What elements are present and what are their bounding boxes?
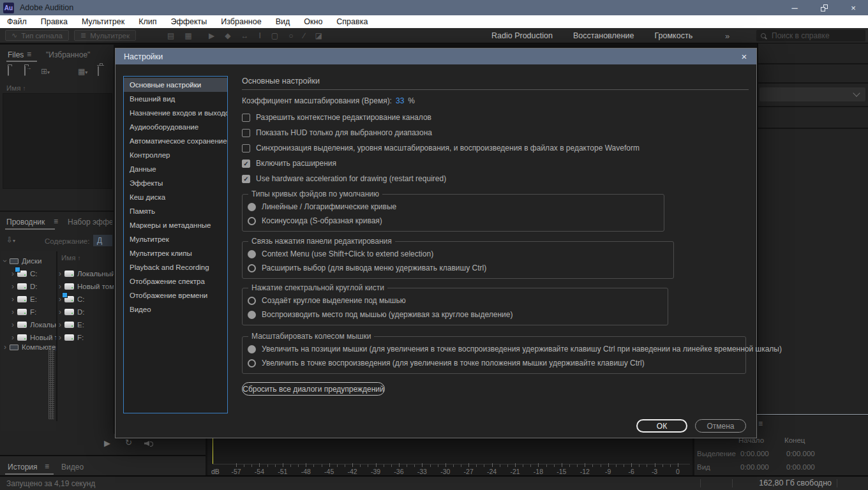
play-icon[interactable]: ▶ <box>104 438 110 448</box>
tree-item[interactable]: ›Новый том <box>59 281 114 292</box>
chevron-right-icon[interactable]: › <box>11 270 14 278</box>
chevron-right-icon[interactable]: › <box>59 295 61 303</box>
contents-dropdown[interactable]: Д <box>93 235 112 246</box>
razor-tool-icon[interactable]: ◆ <box>225 31 230 40</box>
open-file-icon[interactable] <box>8 66 9 75</box>
menu-item[interactable]: Справка <box>329 17 375 26</box>
help-search-input[interactable] <box>770 31 856 41</box>
marquee-selection-tool-icon[interactable]: ▢ <box>271 31 278 40</box>
signal-type-button[interactable]: ∿ Тип сигнала <box>5 30 69 41</box>
tree-item[interactable]: ›C: <box>59 293 114 305</box>
minimize-button[interactable]: ─ <box>780 0 809 15</box>
move-tool-icon[interactable]: ▶ <box>209 31 214 40</box>
radio-option[interactable]: Косинусоида (S-образная кривая) <box>248 214 664 228</box>
checkbox[interactable] <box>242 129 250 137</box>
chevron-right-icon[interactable]: › <box>4 343 6 351</box>
chevron-right-icon[interactable]: › <box>11 321 14 329</box>
radio-option[interactable]: Расширить выбор (для вывода меню удержив… <box>248 261 673 275</box>
files-list-empty[interactable] <box>3 93 112 189</box>
end-time-value[interactable]: 0:00.000 <box>786 463 815 471</box>
radio-button[interactable] <box>248 297 256 305</box>
chevron-right-icon[interactable]: › <box>11 283 14 290</box>
tree-item[interactable]: ›E: <box>11 293 56 305</box>
waveform-editor-icon[interactable]: ▤ <box>167 31 174 40</box>
radio-button[interactable] <box>248 264 256 272</box>
tree-scrollbar[interactable] <box>49 348 54 419</box>
ok-button[interactable]: ОК <box>636 419 687 433</box>
tree-item[interactable]: ›E: <box>59 319 114 330</box>
delete-icon[interactable] <box>98 66 99 75</box>
menu-item[interactable]: Вид <box>269 17 297 26</box>
loop-icon[interactable]: ↻ <box>125 438 132 447</box>
checkbox[interactable]: ✓ <box>242 175 250 183</box>
import-files-icon[interactable] <box>24 66 26 75</box>
tab-video[interactable]: Видео <box>61 463 84 471</box>
start-time-value[interactable]: 0:00.000 <box>740 450 769 457</box>
chevron-right-icon[interactable]: › <box>59 334 61 341</box>
tree-item[interactable]: ›F: <box>59 332 114 343</box>
radio-option[interactable]: Создаёт круглое выделение под мышью <box>248 293 668 308</box>
help-search-box[interactable] <box>756 30 865 41</box>
lasso-selection-tool-icon[interactable]: ○ <box>288 31 293 40</box>
menu-item[interactable]: Файл <box>0 17 34 26</box>
chevron-right-icon[interactable]: › <box>59 283 61 290</box>
multitrack-button[interactable]: ≣ Мультитрек <box>74 30 136 41</box>
cancel-button[interactable]: Отмена <box>695 419 746 433</box>
chevron-right-icon[interactable]: › <box>11 295 14 303</box>
chevron-right-icon[interactable]: › <box>59 270 61 278</box>
chevron-down-icon[interactable]: › <box>1 260 9 262</box>
tab-effects-rack[interactable]: Набор эффектов <box>68 218 112 226</box>
playhead-marker[interactable] <box>213 437 213 464</box>
radio-button[interactable] <box>248 345 256 353</box>
workspace-tab[interactable]: Восстановление <box>573 31 634 40</box>
tab-history[interactable]: История <box>8 463 38 471</box>
chevron-right-icon[interactable]: › <box>11 334 14 341</box>
menu-item[interactable]: Избранное <box>214 17 268 26</box>
start-time-value[interactable]: 0:00.000 <box>740 463 769 471</box>
panel-menu-icon[interactable]: ≡ <box>758 419 763 428</box>
radio-button[interactable] <box>248 217 256 225</box>
panel-menu-icon[interactable]: ≡ <box>27 50 31 59</box>
tree-item[interactable]: ›D: <box>11 281 56 292</box>
right-panel-dropdown[interactable] <box>760 87 865 101</box>
end-time-value[interactable]: 0:00.000 <box>786 450 815 457</box>
menu-item[interactable]: Мультитрек <box>75 17 131 26</box>
menu-item[interactable]: Эффекты <box>163 17 214 26</box>
panel-menu-icon[interactable]: ≡ <box>45 462 49 471</box>
close-button[interactable]: × <box>839 0 868 15</box>
tree-item[interactable]: ›D: <box>59 306 114 318</box>
radio-option[interactable]: Увеличить на позиции мышки (для увеличен… <box>248 342 745 356</box>
restore-button[interactable] <box>809 0 839 15</box>
radio-option[interactable]: Context Menu (use Shift+Click to extend … <box>248 247 673 261</box>
menu-item[interactable]: Окно <box>297 17 329 26</box>
tab-explorer[interactable]: Проводник <box>6 218 45 226</box>
tree-item[interactable]: ›C: <box>11 268 56 279</box>
tree-item[interactable]: ›Локальный диск <box>59 268 114 279</box>
workspace-overflow-button[interactable]: » <box>725 28 729 43</box>
radio-button[interactable] <box>248 250 256 258</box>
chevron-right-icon[interactable]: › <box>59 308 61 316</box>
time-selection-tool-icon[interactable]: I <box>258 31 260 40</box>
spot-healing-brush-tool-icon[interactable]: ◪ <box>315 31 322 40</box>
menu-item[interactable]: Правка <box>34 17 75 26</box>
paintbrush-tool-icon[interactable]: ∕ <box>303 31 304 40</box>
radio-option[interactable]: Воспроизводить место под мышью (удержива… <box>248 308 668 322</box>
panel-menu-icon[interactable]: ≡ <box>54 217 58 226</box>
name-column-header[interactable]: Имя ↑ <box>6 84 26 92</box>
checkbox[interactable] <box>242 144 250 152</box>
chevron-right-icon[interactable]: › <box>59 321 61 329</box>
workspace-tab[interactable]: Radio Production <box>491 31 553 40</box>
radio-button[interactable] <box>248 311 256 319</box>
spectral-display-icon[interactable]: ▦ <box>184 31 191 40</box>
import-icon[interactable]: ⇩▾ <box>6 236 15 244</box>
radio-option[interactable]: Линейные / Логарифмические кривые <box>248 200 664 214</box>
reset-warning-dialogs-button[interactable]: Сбросить все диалоги предупреждений <box>242 382 385 396</box>
workspace-tab[interactable]: Громкость <box>655 31 693 40</box>
tree-item[interactable]: ›Диски <box>4 255 56 267</box>
slip-tool-icon[interactable]: ↔ <box>241 31 248 40</box>
radio-button[interactable] <box>248 359 256 368</box>
tree-item[interactable]: ›Локальный диск <box>11 319 56 330</box>
radio-button[interactable] <box>248 203 256 211</box>
tree-item[interactable]: ›F: <box>11 306 56 318</box>
zoom-factor-value[interactable]: 33 <box>396 96 404 105</box>
